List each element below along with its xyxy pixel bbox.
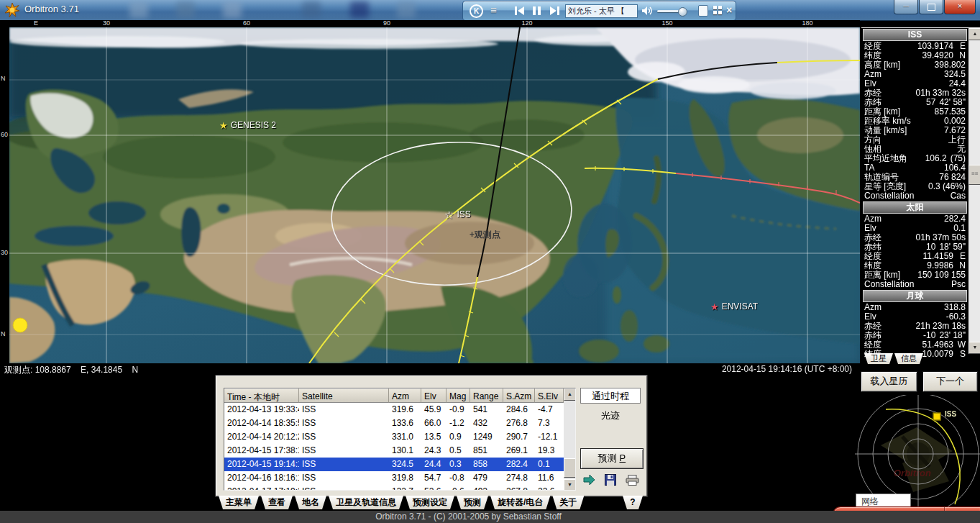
scroll-up-button[interactable]: ▲ xyxy=(564,388,576,401)
simulation-datetime: 2012-04-15 19:14:16 (UTC +8:00) xyxy=(722,364,852,374)
maximize-button[interactable] xyxy=(919,0,943,14)
radar-iss-label: ISS xyxy=(945,410,956,418)
pass-row[interactable]: 2012-04-16 18:16:19ISS 319.854.7 -0.8479… xyxy=(224,471,575,485)
scroll-up-icon: ▲ xyxy=(973,31,978,36)
info-scrollbar[interactable]: ▲ ≡≡ ▼ xyxy=(968,28,980,353)
save-icon[interactable] xyxy=(605,474,616,486)
desktop-blur-blob xyxy=(129,1,148,18)
pass-row[interactable]: 2012-04-15 19:14:16ISS 324.524.4 0.3858 … xyxy=(224,458,575,471)
volume-icon[interactable] xyxy=(641,6,654,16)
minimize-button[interactable]: ─ xyxy=(894,0,918,14)
longitude-scale: E306090120150180 xyxy=(0,20,860,27)
pass-list: Time - 本地时SatelliteAzmElvMagRangeS.AzmS.… xyxy=(224,388,576,491)
longitude-label: 30 xyxy=(103,19,110,27)
pass-row[interactable]: 2012-04-13 19:33:44ISS 319.645.9 -0.9541… xyxy=(224,403,575,417)
pass-row[interactable]: 2012-04-15 17:38:14ISS 130.124.3 0.5851 … xyxy=(224,444,575,458)
mode-pass-schedule[interactable]: 通过时程 xyxy=(580,388,641,404)
orbitron-window: Orbitron 3.71 ─ × K ≡ 刘允乐 - 太早 【 xyxy=(0,0,980,523)
pause-button[interactable] xyxy=(532,6,541,16)
next-track-button[interactable] xyxy=(549,6,560,16)
scrollbar-thumb[interactable]: ≡≡ xyxy=(968,165,980,185)
lyrics-icon[interactable] xyxy=(698,5,708,17)
main-tab[interactable]: 卫星及轨道信息 xyxy=(329,496,403,509)
scroll-up-button[interactable]: ▲ xyxy=(968,28,980,40)
prediction-dialog: Time - 本地时SatelliteAzmElvMagRangeS.AzmS.… xyxy=(216,376,647,496)
mode-light-trace[interactable]: 光迹 xyxy=(580,409,641,422)
player-logo-icon[interactable]: K xyxy=(470,4,483,18)
sun-data-rows: Azm 282.4 Elv 0.1 赤经 01h 37m 50s 赤纬 10 1… xyxy=(861,214,968,289)
copyright-statusbar: Orbitron 3.71 - (C) 2001-2005 by Sebasti… xyxy=(0,511,980,523)
scroll-up-icon: ▲ xyxy=(567,391,572,396)
playlist-icon[interactable]: ≡ xyxy=(490,4,497,16)
latitude-label: 30 xyxy=(1,249,8,256)
volume-slider-knob[interactable] xyxy=(678,7,687,17)
pass-row[interactable]: 2012-04-14 20:12:21ISS 331.013.5 0.91249… xyxy=(224,430,575,444)
longitude-label: 150 xyxy=(661,19,672,27)
column-header[interactable]: Mag xyxy=(447,388,470,403)
world-map[interactable]: ★ GENESIS 2 ☆ ISS ★ ENVISAT +观测点 xyxy=(9,27,860,363)
titlebar[interactable]: Orbitron 3.71 ─ × K ≡ 刘允乐 - 太早 【 xyxy=(0,0,980,21)
song-title-display[interactable]: 刘允乐 - 太早 【 xyxy=(565,4,638,18)
print-icon[interactable] xyxy=(626,475,639,486)
info-tab[interactable]: 信息 xyxy=(894,353,923,364)
radar-watermark xyxy=(881,427,953,492)
satellite-genesis2[interactable]: ★ GENESIS 2 xyxy=(219,120,276,130)
next-button[interactable]: 下一个 xyxy=(922,371,978,392)
moon-data-rows: Azm 318.8 Elv -60.3 赤经 21h 23m 18s 赤纬 -1… xyxy=(861,303,968,359)
column-header[interactable]: Satellite xyxy=(299,388,389,403)
observer-marker[interactable]: +观测点 xyxy=(470,229,500,241)
column-header[interactable]: Time - 本地时 xyxy=(224,388,299,403)
close-button[interactable]: × xyxy=(944,0,976,14)
window-title: Orbitron 3.71 xyxy=(24,4,79,14)
latitude-label: N xyxy=(1,330,6,337)
genesis2-star-icon: ★ xyxy=(219,121,228,130)
column-header[interactable]: S.Azm xyxy=(503,388,535,403)
desktop-blur-blob xyxy=(397,1,416,18)
scroll-down-button[interactable]: ▼ xyxy=(968,342,980,354)
column-header[interactable]: Elv xyxy=(421,388,447,403)
longitude-label: 120 xyxy=(521,19,532,27)
pass-list-scrollbar[interactable]: ▲ ▼ xyxy=(564,388,575,490)
sky-radar-plot[interactable]: Orbitron xyxy=(852,395,980,510)
scroll-down-button[interactable]: ▼ xyxy=(564,479,576,491)
satellite-envisat[interactable]: ★ ENVISAT xyxy=(710,301,758,311)
satellite-label: ISS xyxy=(457,209,470,219)
pass-row[interactable]: 2012-04-17 17:19:27ISS 132.752.6 -0.6492… xyxy=(224,485,575,491)
info-tab[interactable]: 卫星 xyxy=(864,353,893,364)
satellite-label: ENVISAT xyxy=(722,301,758,311)
previous-track-button[interactable] xyxy=(514,6,525,16)
map-status-bar: 观测点: 108.8867 E, 34.1845 N 2012-04-15 19… xyxy=(0,363,860,376)
longitude-label: 60 xyxy=(243,19,250,27)
observer-coordinates: 观测点: 108.8867 E, 34.1845 N xyxy=(4,364,138,376)
predict-button[interactable]: 预测 P xyxy=(580,448,644,469)
main-tab[interactable]: 主菜单 xyxy=(219,496,259,509)
orbitron-app-icon xyxy=(5,3,19,17)
satellite-iss[interactable]: ☆ ISS xyxy=(444,209,471,219)
apps-grid-icon[interactable] xyxy=(713,6,723,15)
main-tab[interactable]: 查看 xyxy=(261,496,293,509)
longitude-label: 90 xyxy=(383,19,390,27)
main-tab[interactable]: 预测 xyxy=(457,496,488,509)
observer-cross-icon: + xyxy=(470,229,475,240)
go-arrow-icon[interactable] xyxy=(583,475,595,485)
mini-player-toolbar: K ≡ 刘允乐 - 太早 【 × xyxy=(462,1,736,21)
column-header[interactable]: Azm xyxy=(389,388,421,403)
column-header[interactable]: Range xyxy=(470,388,503,403)
scroll-down-icon: ▼ xyxy=(567,482,572,487)
main-tab-bar: 主菜单查看地名卫星及轨道信息预测设定预测旋转器/电台关于 xyxy=(216,496,584,510)
load-ephemeris-button[interactable]: 载入星历 xyxy=(861,371,917,392)
column-header[interactable]: S.Elv xyxy=(535,388,564,403)
minimize-icon: ─ xyxy=(903,1,909,10)
main-tab[interactable]: 旋转器/电台 xyxy=(490,496,550,509)
main-tab[interactable]: 地名 xyxy=(295,496,326,509)
help-tab[interactable]: ? xyxy=(623,496,643,509)
player-close-icon[interactable]: × xyxy=(726,4,732,16)
iss-data-rows: 经度 103.9174 E 纬度 39.4920 N 高度 [km] 398.8… xyxy=(861,42,968,201)
pass-row[interactable]: 2012-04-14 18:35:57ISS 133.666.0 -1.2432… xyxy=(224,417,575,430)
latitude-label: N xyxy=(1,75,6,82)
latitude-scale: N6030N xyxy=(0,27,9,363)
scrollbar-thumb[interactable] xyxy=(564,458,576,478)
longitude-label: E xyxy=(34,19,38,27)
main-tab[interactable]: 预测设定 xyxy=(406,496,454,509)
main-tab[interactable]: 关于 xyxy=(552,496,584,509)
